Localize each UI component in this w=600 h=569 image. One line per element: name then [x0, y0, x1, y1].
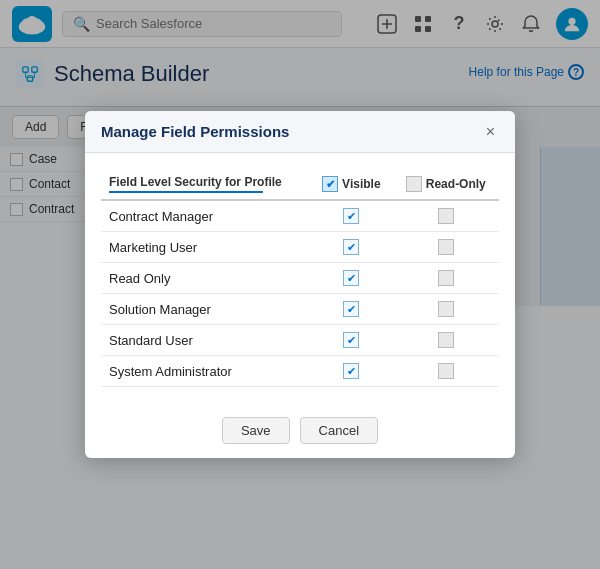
- permissions-table: Field Level Security for Profile Visible: [101, 169, 499, 387]
- readonly-cell: [393, 294, 499, 325]
- modal-header: Manage Field Permissions ×: [85, 111, 515, 153]
- readonly-checkbox-2[interactable]: [438, 270, 454, 286]
- profile-cell: Marketing User: [101, 232, 310, 263]
- readonly-checkbox-3[interactable]: [438, 301, 454, 317]
- modal-body: Field Level Security for Profile Visible: [85, 153, 515, 403]
- visible-checkbox-1[interactable]: [343, 239, 359, 255]
- visible-checkbox-4[interactable]: [343, 332, 359, 348]
- readonly-cell: [393, 232, 499, 263]
- modal-overlay: Manage Field Permissions × Field Level S…: [0, 0, 600, 569]
- readonly-checkbox-0[interactable]: [438, 208, 454, 224]
- table-row: Marketing User: [101, 232, 499, 263]
- header-readonly-checkbox[interactable]: [406, 176, 422, 192]
- save-button[interactable]: Save: [222, 417, 290, 444]
- profile-cell: Read Only: [101, 263, 310, 294]
- cancel-button[interactable]: Cancel: [300, 417, 378, 444]
- visible-checkbox-5[interactable]: [343, 363, 359, 379]
- profile-cell: Contract Manager: [101, 200, 310, 232]
- visible-checkbox-0[interactable]: [343, 208, 359, 224]
- col-header-readonly: Read-Only: [393, 169, 499, 200]
- col-header-visible: Visible: [310, 169, 393, 200]
- profile-cell: Solution Manager: [101, 294, 310, 325]
- table-row: Solution Manager: [101, 294, 499, 325]
- header-visible-checkbox[interactable]: [322, 176, 338, 192]
- table-row: Read Only: [101, 263, 499, 294]
- readonly-cell: [393, 325, 499, 356]
- modal-footer: Save Cancel: [85, 403, 515, 458]
- visible-cell: [310, 263, 393, 294]
- table-row: Standard User: [101, 325, 499, 356]
- table-row: System Administrator: [101, 356, 499, 387]
- visible-cell: [310, 200, 393, 232]
- visible-checkbox-3[interactable]: [343, 301, 359, 317]
- visible-cell: [310, 232, 393, 263]
- modal-manage-permissions: Manage Field Permissions × Field Level S…: [85, 111, 515, 458]
- table-row: Contract Manager: [101, 200, 499, 232]
- readonly-cell: [393, 356, 499, 387]
- readonly-cell: [393, 200, 499, 232]
- visible-cell: [310, 356, 393, 387]
- visible-cell: [310, 294, 393, 325]
- profile-cell: System Administrator: [101, 356, 310, 387]
- visible-cell: [310, 325, 393, 356]
- modal-title: Manage Field Permissions: [101, 123, 289, 140]
- readonly-checkbox-1[interactable]: [438, 239, 454, 255]
- col-header-profile: Field Level Security for Profile: [101, 169, 310, 200]
- profile-cell: Standard User: [101, 325, 310, 356]
- readonly-cell: [393, 263, 499, 294]
- visible-checkbox-2[interactable]: [343, 270, 359, 286]
- modal-close-button[interactable]: ×: [482, 124, 499, 140]
- readonly-checkbox-4[interactable]: [438, 332, 454, 348]
- readonly-checkbox-5[interactable]: [438, 363, 454, 379]
